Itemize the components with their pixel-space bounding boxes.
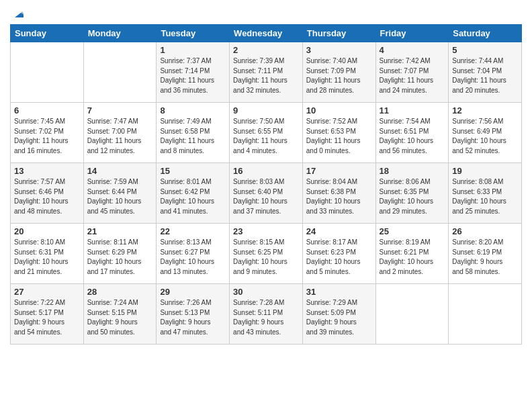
day-info: Sunrise: 7:40 AM Sunset: 7:09 PM Dayligh… (306, 56, 372, 95)
day-number: 10 (306, 105, 372, 116)
logo-text (10, 7, 24, 20)
calendar-cell: 29Sunrise: 7:26 AM Sunset: 5:13 PM Dayli… (157, 284, 230, 345)
day-info: Sunrise: 8:19 AM Sunset: 6:21 PM Dayligh… (380, 238, 445, 277)
calendar-cell: 25Sunrise: 8:19 AM Sunset: 6:21 PM Dayli… (375, 224, 449, 284)
day-number: 27 (14, 287, 80, 297)
day-number: 13 (14, 166, 80, 176)
day-info: Sunrise: 7:47 AM Sunset: 7:00 PM Dayligh… (87, 117, 153, 156)
calendar-cell: 23Sunrise: 8:15 AM Sunset: 6:25 PM Dayli… (230, 224, 303, 284)
calendar-cell: 26Sunrise: 8:20 AM Sunset: 6:19 PM Dayli… (449, 224, 522, 284)
day-info: Sunrise: 7:52 AM Sunset: 6:53 PM Dayligh… (306, 117, 372, 156)
header-day-wednesday: Wednesday (230, 25, 303, 42)
calendar-cell: 31Sunrise: 7:29 AM Sunset: 5:09 PM Dayli… (302, 284, 375, 345)
svg-marker-1 (17, 11, 24, 17)
calendar-table: SundayMondayTuesdayWednesdayThursdayFrid… (10, 24, 522, 345)
calendar-cell: 9Sunrise: 7:50 AM Sunset: 6:55 PM Daylig… (230, 103, 303, 163)
day-info: Sunrise: 8:11 AM Sunset: 6:29 PM Dayligh… (87, 238, 153, 277)
day-info: Sunrise: 7:24 AM Sunset: 5:15 PM Dayligh… (87, 298, 153, 337)
day-number: 22 (160, 226, 226, 236)
day-number: 3 (306, 45, 372, 55)
day-info: Sunrise: 8:03 AM Sunset: 6:40 PM Dayligh… (233, 177, 299, 216)
day-number: 18 (380, 166, 445, 176)
header-day-thursday: Thursday (302, 25, 375, 42)
calendar-cell: 15Sunrise: 8:01 AM Sunset: 6:42 PM Dayli… (157, 163, 230, 224)
calendar-cell: 16Sunrise: 8:03 AM Sunset: 6:40 PM Dayli… (230, 163, 303, 224)
day-info: Sunrise: 7:44 AM Sunset: 7:04 PM Dayligh… (452, 56, 518, 95)
header-day-tuesday: Tuesday (157, 25, 230, 42)
week-row-2: 6Sunrise: 7:45 AM Sunset: 7:02 PM Daylig… (11, 103, 522, 163)
calendar-cell (11, 42, 84, 103)
day-number: 31 (306, 287, 372, 297)
week-row-3: 13Sunrise: 7:57 AM Sunset: 6:46 PM Dayli… (11, 163, 522, 224)
day-number: 26 (452, 226, 518, 236)
day-number: 5 (452, 45, 518, 55)
day-info: Sunrise: 7:39 AM Sunset: 7:11 PM Dayligh… (233, 56, 299, 95)
calendar-header: SundayMondayTuesdayWednesdayThursdayFrid… (11, 25, 522, 42)
day-number: 30 (233, 287, 299, 297)
day-number: 28 (87, 287, 153, 297)
calendar-cell (83, 42, 157, 103)
day-number: 15 (160, 166, 226, 176)
logo (10, 7, 24, 20)
calendar-cell (375, 284, 449, 345)
header-day-friday: Friday (375, 25, 449, 42)
day-number: 21 (87, 226, 153, 236)
header-day-saturday: Saturday (449, 25, 522, 42)
calendar-cell: 20Sunrise: 8:10 AM Sunset: 6:31 PM Dayli… (11, 224, 84, 284)
day-number: 12 (452, 105, 518, 116)
day-info: Sunrise: 7:56 AM Sunset: 6:49 PM Dayligh… (452, 117, 518, 156)
calendar-cell: 10Sunrise: 7:52 AM Sunset: 6:53 PM Dayli… (302, 103, 375, 163)
day-info: Sunrise: 8:06 AM Sunset: 6:35 PM Dayligh… (380, 177, 445, 216)
header-day-sunday: Sunday (11, 25, 84, 42)
day-info: Sunrise: 8:01 AM Sunset: 6:42 PM Dayligh… (160, 177, 226, 216)
day-number: 17 (306, 166, 372, 176)
header-row: SundayMondayTuesdayWednesdayThursdayFrid… (11, 25, 522, 42)
day-info: Sunrise: 8:10 AM Sunset: 6:31 PM Dayligh… (14, 238, 80, 277)
day-info: Sunrise: 8:15 AM Sunset: 6:25 PM Dayligh… (233, 238, 299, 277)
page-header (10, 7, 522, 20)
day-info: Sunrise: 8:20 AM Sunset: 6:19 PM Dayligh… (452, 238, 518, 277)
day-number: 7 (87, 105, 153, 116)
day-number: 20 (14, 226, 80, 236)
calendar-body: 1Sunrise: 7:37 AM Sunset: 7:14 PM Daylig… (11, 42, 522, 345)
day-info: Sunrise: 7:22 AM Sunset: 5:17 PM Dayligh… (14, 298, 80, 337)
calendar-cell: 19Sunrise: 8:08 AM Sunset: 6:33 PM Dayli… (449, 163, 522, 224)
day-number: 1 (160, 45, 226, 55)
day-info: Sunrise: 7:42 AM Sunset: 7:07 PM Dayligh… (380, 56, 445, 95)
day-info: Sunrise: 7:57 AM Sunset: 6:46 PM Dayligh… (14, 177, 80, 216)
calendar-cell: 17Sunrise: 8:04 AM Sunset: 6:38 PM Dayli… (302, 163, 375, 224)
calendar-cell: 22Sunrise: 8:13 AM Sunset: 6:27 PM Dayli… (157, 224, 230, 284)
page-container: SundayMondayTuesdayWednesdayThursdayFrid… (0, 0, 532, 351)
calendar-cell: 8Sunrise: 7:49 AM Sunset: 6:58 PM Daylig… (157, 103, 230, 163)
calendar-cell: 1Sunrise: 7:37 AM Sunset: 7:14 PM Daylig… (157, 42, 230, 103)
calendar-cell: 5Sunrise: 7:44 AM Sunset: 7:04 PM Daylig… (449, 42, 522, 103)
calendar-cell: 13Sunrise: 7:57 AM Sunset: 6:46 PM Dayli… (11, 163, 84, 224)
day-info: Sunrise: 8:13 AM Sunset: 6:27 PM Dayligh… (160, 238, 226, 277)
day-number: 24 (306, 226, 372, 236)
day-number: 2 (233, 45, 299, 55)
header-day-monday: Monday (83, 25, 157, 42)
week-row-4: 20Sunrise: 8:10 AM Sunset: 6:31 PM Dayli… (11, 224, 522, 284)
day-number: 6 (14, 105, 80, 116)
day-info: Sunrise: 7:45 AM Sunset: 7:02 PM Dayligh… (14, 117, 80, 156)
calendar-cell: 18Sunrise: 8:06 AM Sunset: 6:35 PM Dayli… (375, 163, 449, 224)
calendar-cell: 7Sunrise: 7:47 AM Sunset: 7:00 PM Daylig… (83, 103, 157, 163)
day-number: 9 (233, 105, 299, 116)
day-info: Sunrise: 7:29 AM Sunset: 5:09 PM Dayligh… (306, 298, 372, 337)
day-info: Sunrise: 7:54 AM Sunset: 6:51 PM Dayligh… (380, 117, 445, 156)
day-number: 14 (87, 166, 153, 176)
day-info: Sunrise: 7:59 AM Sunset: 6:44 PM Dayligh… (87, 177, 153, 216)
calendar-cell: 11Sunrise: 7:54 AM Sunset: 6:51 PM Dayli… (375, 103, 449, 163)
calendar-cell: 12Sunrise: 7:56 AM Sunset: 6:49 PM Dayli… (449, 103, 522, 163)
week-row-5: 27Sunrise: 7:22 AM Sunset: 5:17 PM Dayli… (11, 284, 522, 345)
calendar-cell: 30Sunrise: 7:28 AM Sunset: 5:11 PM Dayli… (230, 284, 303, 345)
calendar-cell: 28Sunrise: 7:24 AM Sunset: 5:15 PM Dayli… (83, 284, 157, 345)
day-info: Sunrise: 7:50 AM Sunset: 6:55 PM Dayligh… (233, 117, 299, 156)
logo-icon (11, 8, 24, 20)
day-info: Sunrise: 8:08 AM Sunset: 6:33 PM Dayligh… (452, 177, 518, 216)
day-number: 29 (160, 287, 226, 297)
calendar-cell (449, 284, 522, 345)
calendar-cell: 27Sunrise: 7:22 AM Sunset: 5:17 PM Dayli… (11, 284, 84, 345)
day-info: Sunrise: 7:37 AM Sunset: 7:14 PM Dayligh… (160, 56, 226, 95)
calendar-cell: 14Sunrise: 7:59 AM Sunset: 6:44 PM Dayli… (83, 163, 157, 224)
